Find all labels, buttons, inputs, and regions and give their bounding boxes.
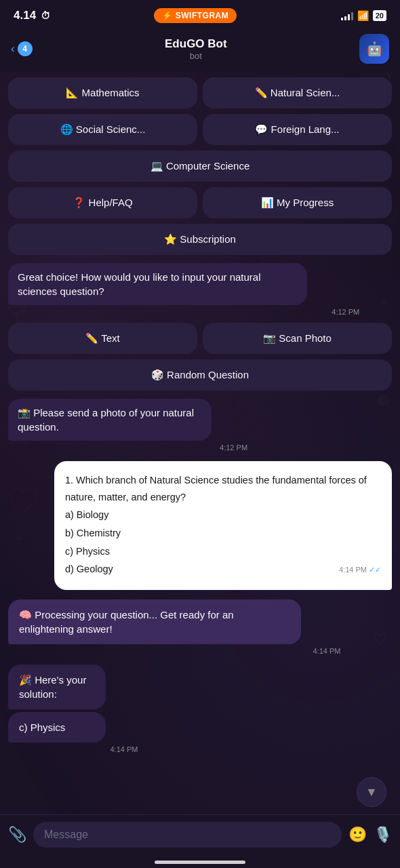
computer-science-button[interactable]: 💻 Computer Science	[8, 151, 392, 182]
message-text: 📸 Please send a photo of your natural qu…	[18, 407, 194, 433]
message-time-1: 4:12 PM	[8, 308, 359, 316]
bot-subtitle: bot	[165, 51, 227, 61]
help-faq-button[interactable]: ❓ Help/FAQ	[8, 187, 197, 218]
back-arrow-icon: ‹	[11, 42, 15, 56]
message-time-3: 4:14 PM ✓✓	[339, 564, 381, 576]
bubble-question: 1. Which branch of Natural Science studi…	[54, 461, 392, 590]
utility-buttons-row: ❓ Help/FAQ 📊 My Progress	[8, 187, 392, 218]
emoji-button[interactable]: 🙂	[348, 826, 367, 844]
social-science-button[interactable]: 🌐 Social Scienc...	[8, 114, 197, 145]
bubble-solution-answer: c) Physics	[8, 712, 106, 743]
message-1: Great choice! How would you like to inpu…	[8, 263, 392, 316]
bubble-solution-header: 🎉 Here's your solution:	[8, 665, 106, 709]
swiftgram-badge: ⚡ SWIFTGRAM	[154, 8, 237, 23]
bubble-send-photo: 📸 Please send a photo of your natural qu…	[8, 399, 212, 441]
bubble-natural-science-prompt: Great choice! How would you like to inpu…	[8, 263, 307, 305]
status-center: ⚡ SWIFTGRAM	[154, 8, 237, 23]
message-5: 🎉 Here's your solution: c) Physics 4:14 …	[8, 665, 392, 753]
back-button[interactable]: ‹ 4	[11, 41, 33, 56]
chat-header: ‹ 4 EduGO Bot bot 🤖	[0, 28, 400, 72]
text-button[interactable]: ✏️ Text	[8, 323, 197, 354]
my-progress-button[interactable]: 📊 My Progress	[203, 187, 392, 218]
chevron-down-icon: ▼	[365, 785, 378, 800]
header-title: EduGO Bot bot	[165, 37, 227, 61]
message-text: Great choice! How would you like to inpu…	[18, 271, 261, 297]
mathematics-button[interactable]: 📐 Mathematics	[8, 77, 197, 108]
signal-bar-3	[348, 14, 350, 20]
read-checkmarks: ✓✓	[369, 566, 381, 574]
option-c: c) Physics	[65, 543, 381, 560]
message-time-4: 4:14 PM	[8, 647, 340, 655]
foreign-lang-button[interactable]: 💬 Foreign Lang...	[203, 114, 392, 145]
input-method-buttons: ✏️ Text 📷 Scan Photo	[8, 323, 392, 354]
natural-science-button[interactable]: ✏️ Natural Scien...	[203, 77, 392, 108]
bot-avatar-icon: 🤖	[366, 41, 383, 57]
message-time-2: 4:12 PM	[8, 443, 247, 452]
bot-name: EduGO Bot	[165, 37, 227, 51]
status-time: 4.14 ⏱	[14, 9, 50, 22]
message-time-5: 4:14 PM	[8, 745, 138, 753]
home-indicator	[155, 861, 245, 864]
signal-bars	[341, 11, 353, 20]
voice-button[interactable]: 🎙️	[374, 826, 392, 844]
battery-icon: 20	[373, 10, 386, 21]
lightning-icon: ⚡	[162, 11, 173, 20]
option-a: a) Biology	[65, 507, 381, 524]
scan-photo-button[interactable]: 📷 Scan Photo	[203, 323, 392, 354]
message-input[interactable]	[33, 822, 342, 848]
input-right-icons: 🙂 🎙️	[348, 826, 392, 844]
bot-avatar[interactable]: 🤖	[359, 34, 389, 64]
spacer	[8, 760, 392, 814]
question-text: 1. Which branch of Natural Science studi…	[65, 472, 381, 505]
wifi-icon: 📶	[357, 10, 369, 21]
random-question-button[interactable]: 🎲 Random Question	[8, 359, 392, 391]
processing-text: 🧠 Processing your question... Get ready …	[19, 609, 234, 635]
back-badge: 4	[18, 41, 33, 56]
scroll-down-button[interactable]: ▼	[357, 777, 386, 807]
option-b: b) Chemistry	[65, 525, 381, 542]
option-d: d) Geology 4:14 PM ✓✓	[65, 561, 381, 578]
solution-header-text: 🎉 Here's your solution:	[19, 674, 86, 700]
signal-bar-4	[351, 12, 353, 20]
subject-buttons-row-2: 🌐 Social Scienc... 💬 Foreign Lang...	[8, 114, 392, 145]
message-4: 🧠 Processing your question... Get ready …	[8, 599, 392, 655]
signal-bar-1	[341, 18, 343, 20]
solution-answer-text: c) Physics	[19, 722, 65, 733]
bubble-processing: 🧠 Processing your question... Get ready …	[8, 599, 301, 644]
signal-bar-2	[344, 16, 346, 20]
timer-icon: ⏱	[41, 10, 50, 21]
status-icons: 📶 20	[341, 10, 386, 21]
subject-buttons-row-1: 📐 Mathematics ✏️ Natural Scien...	[8, 77, 392, 108]
attach-button[interactable]: 📎	[8, 826, 26, 844]
status-bar: 4.14 ⏱ ⚡ SWIFTGRAM 📶 20	[0, 0, 400, 28]
message-3: 1. Which branch of Natural Science studi…	[8, 461, 392, 590]
chat-area: 📐 Mathematics ✏️ Natural Scien... 🌐 Soci…	[0, 72, 400, 820]
message-2: 📸 Please send a photo of your natural qu…	[8, 399, 392, 452]
subscription-button[interactable]: ⭐ Subscription	[8, 224, 392, 255]
